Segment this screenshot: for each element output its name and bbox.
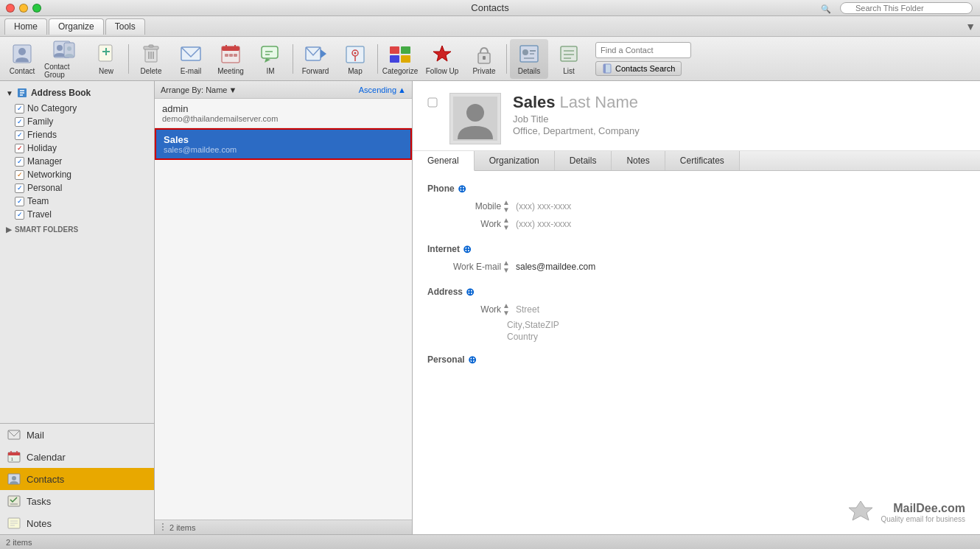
smart-folders-label: SMART FOLDERS (15, 225, 78, 234)
tab-certificates[interactable]: Certificates (665, 151, 740, 170)
arrange-by-button[interactable]: Arrange By: Name ▼ (161, 85, 237, 94)
new-button[interactable]: New (87, 39, 125, 79)
mobile-stepper[interactable]: ▲▼ (503, 199, 510, 214)
ascending-button[interactable]: Ascending ▲ (359, 85, 406, 94)
contacts-search-button[interactable]: Contacts Search (595, 61, 682, 76)
address-add-button[interactable]: ⊕ (466, 286, 475, 298)
im-label: IM (266, 67, 274, 75)
travel-checkbox[interactable]: ✓ (15, 210, 24, 220)
brand-logo (846, 497, 875, 527)
travel-label: Travel (27, 209, 52, 220)
follow-up-label: Follow Up (426, 67, 458, 75)
sidebar-item-travel[interactable]: ✓ Travel (0, 208, 154, 221)
nav-notes[interactable]: Notes (0, 512, 154, 534)
sidebar-item-family[interactable]: ✓ Family (0, 115, 154, 128)
sidebar-item-no-category[interactable]: ✓ No Category (0, 102, 154, 115)
close-button[interactable] (6, 4, 15, 13)
sidebar-scroll: ▼ Address Book ✓ No Category ✓ Family ✓ (0, 81, 154, 423)
internet-add-button[interactable]: ⊕ (463, 243, 472, 255)
contact-item-sales[interactable]: Sales sales@maildee.com (155, 128, 412, 160)
follow-up-button[interactable]: Follow Up (421, 39, 463, 79)
tab-organize[interactable]: Organize (49, 18, 104, 35)
nav-mail[interactable]: Mail (0, 424, 154, 446)
holiday-checkbox[interactable]: ✓ (15, 144, 24, 153)
contact-item-admin[interactable]: admin demo@thailandemailserver.com (155, 99, 412, 128)
tab-organization[interactable]: Organization (475, 151, 555, 170)
tab-details[interactable]: Details (555, 151, 612, 170)
svg-marker-24 (265, 58, 270, 63)
tasks-nav-icon (7, 494, 21, 508)
no-category-checkbox[interactable]: ✓ (15, 104, 24, 113)
categorize-label: Categorize (382, 67, 418, 75)
map-button[interactable]: Map (336, 39, 374, 79)
minimize-button[interactable] (19, 4, 28, 13)
contact-group-button[interactable]: Contact Group (43, 39, 85, 79)
work-phone-field-row: Work ▲▼ (xxx) xxx-xxxx (427, 217, 965, 231)
list-button[interactable]: List (550, 39, 588, 79)
personal-add-button[interactable]: ⊕ (468, 354, 477, 366)
sidebar-item-manager[interactable]: ✓ Manager (0, 155, 154, 168)
work-phone-stepper[interactable]: ▲▼ (503, 217, 510, 231)
content-area: ▼ Address Book ✓ No Category ✓ Family ✓ (0, 81, 980, 534)
list-header: Arrange By: Name ▼ Ascending ▲ (155, 81, 412, 99)
address-label-text: Address (427, 287, 463, 297)
nav-tasks[interactable]: Tasks (0, 490, 154, 512)
phone-add-button[interactable]: ⊕ (458, 183, 466, 195)
contact-first-name: Sales (513, 93, 560, 111)
details-button[interactable]: Details (510, 39, 548, 79)
svg-rect-22 (234, 54, 237, 57)
separator-4 (506, 44, 507, 74)
brand-tagline: Quality email for business (881, 515, 966, 523)
search-input[interactable] (840, 2, 973, 14)
sidebar-item-team[interactable]: ✓ Team (0, 195, 154, 208)
new-label: New (99, 67, 113, 75)
nav-calendar[interactable]: 1 Calendar (0, 446, 154, 468)
contact-button[interactable]: Contact (3, 39, 41, 79)
map-label: Map (348, 67, 362, 75)
family-checkbox[interactable]: ✓ (15, 117, 24, 127)
categorize-button[interactable]: Categorize (381, 39, 419, 79)
personal-label-text: Personal (427, 354, 465, 365)
arrange-by-arrow: ▼ (228, 85, 237, 94)
sidebar-item-personal[interactable]: ✓ Personal (0, 181, 154, 195)
tab-tools[interactable]: Tools (105, 18, 145, 35)
team-checkbox[interactable]: ✓ (15, 197, 24, 206)
email-button[interactable]: E-mail (172, 39, 210, 79)
sidebar-item-holiday[interactable]: ✓ Holiday (0, 141, 154, 155)
mail-nav-icon (7, 428, 21, 441)
meeting-button[interactable]: Meeting (211, 39, 250, 79)
networking-label: Networking (27, 169, 71, 180)
maximize-button[interactable] (32, 4, 41, 13)
work-address-stepper[interactable]: ▲▼ (503, 302, 510, 317)
avatar-image (453, 97, 497, 141)
contact-group-label: Contact Group (44, 63, 84, 79)
tab-notes[interactable]: Notes (612, 151, 665, 170)
contact-checkbox[interactable] (427, 97, 438, 108)
networking-checkbox[interactable]: ✓ (15, 170, 24, 180)
contact-office: Office (513, 125, 538, 136)
city-value: City (507, 320, 522, 330)
private-button[interactable]: Private (465, 39, 503, 79)
find-contact-input[interactable] (595, 42, 691, 58)
friends-checkbox[interactable]: ✓ (15, 130, 24, 140)
status-count: 2 items (6, 538, 32, 547)
nav-contacts[interactable]: Contacts (0, 468, 154, 490)
personal-checkbox[interactable]: ✓ (15, 183, 24, 193)
address-book-header[interactable]: ▼ Address Book (0, 84, 154, 102)
sidebar-item-networking[interactable]: ✓ Networking (0, 168, 154, 181)
contact-header: Sales Last Name Job Title Office, Depart… (413, 81, 980, 151)
resize-handle[interactable] (161, 523, 165, 532)
work-email-stepper[interactable]: ▲▼ (503, 259, 510, 274)
delete-button[interactable]: Delete (132, 39, 170, 79)
tab-home[interactable]: Home (4, 18, 47, 35)
toolbar-expand-icon[interactable]: ▼ (965, 21, 976, 32)
smart-folders-header[interactable]: ▶ SMART FOLDERS (0, 221, 154, 238)
toolbar-tabs: Home Organize Tools ▼ (0, 16, 980, 37)
forward-button[interactable]: Forward (296, 39, 335, 79)
address-section: Address ⊕ Work ▲▼ Street City , State ZI… (427, 286, 965, 342)
manager-checkbox[interactable]: ✓ (15, 157, 24, 167)
im-button[interactable]: IM (251, 39, 290, 79)
phone-label-text: Phone (427, 183, 455, 194)
tab-general[interactable]: General (413, 151, 475, 171)
sidebar-item-friends[interactable]: ✓ Friends (0, 128, 154, 141)
